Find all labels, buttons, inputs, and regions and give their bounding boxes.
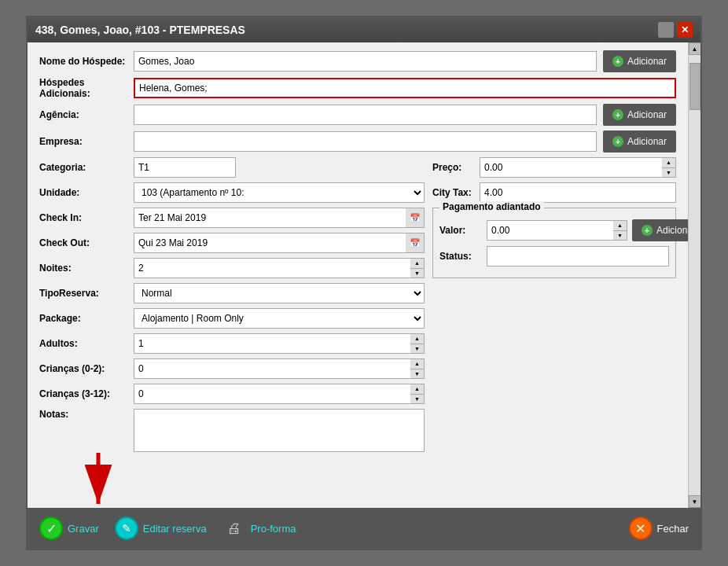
criancas02-up-button[interactable]: ▲ bbox=[410, 359, 424, 369]
noites-up-button[interactable]: ▲ bbox=[410, 259, 424, 269]
close-button[interactable]: ✕ bbox=[677, 22, 693, 38]
criancas02-label: Crianças (0-2): bbox=[39, 363, 134, 374]
noites-input[interactable] bbox=[134, 258, 410, 278]
two-col-layout: Categoria: Unidade: 103 (Apartamento nº … bbox=[39, 157, 676, 457]
checkin-label: Check In: bbox=[39, 212, 134, 223]
scrollbar: ▲ ▼ bbox=[688, 42, 700, 508]
pagamento-legend: Pagamento adiantado bbox=[439, 201, 544, 212]
package-row: Package: Alojamento | Room Only bbox=[39, 308, 425, 329]
adultos-row: Adultos: ▲ ▼ bbox=[39, 333, 425, 354]
adicionar-agencia-button[interactable]: + Adicionar bbox=[603, 104, 676, 126]
empresa-label: Empresa: bbox=[39, 136, 134, 147]
footer: ✓ Gravar ✎ Editar reserva 🖨 Pro-forma ✕ … bbox=[28, 508, 700, 549]
criancas312-up-button[interactable]: ▲ bbox=[410, 384, 424, 395]
scrollbar-track[interactable] bbox=[689, 55, 700, 495]
gravar-label: Gravar bbox=[68, 523, 99, 535]
proforma-print-icon: 🖨 bbox=[222, 516, 246, 540]
preco-up-button[interactable]: ▲ bbox=[662, 158, 675, 168]
titlebar: 438, Gomes, Joao, #103 - PTEMPRESAS ✕ bbox=[28, 17, 700, 42]
unidade-select-wrapper: 103 (Apartamento nº 10: bbox=[134, 182, 425, 203]
preco-row: Preço: ▲ ▼ bbox=[432, 157, 676, 178]
preco-label: Preço: bbox=[432, 162, 480, 173]
agencia-row: Agência: + Adicionar bbox=[39, 104, 676, 126]
adultos-spinner: ▲ ▼ bbox=[410, 333, 425, 354]
adicionar-pagamento-button[interactable]: + Adicionar bbox=[632, 219, 688, 241]
adultos-down-button[interactable]: ▼ bbox=[410, 344, 424, 354]
categoria-label: Categoria: bbox=[39, 162, 134, 173]
adicionar-hospede-button[interactable]: + Adicionar bbox=[603, 50, 676, 72]
preco-down-button[interactable]: ▼ bbox=[662, 168, 675, 178]
tiporeserva-select[interactable]: Normal Grupo OTA bbox=[134, 283, 425, 303]
criancas02-input[interactable] bbox=[134, 358, 410, 379]
pagamento-box: Pagamento adiantado Valor: ▲ ▼ bbox=[432, 208, 676, 278]
checkout-input[interactable] bbox=[134, 233, 406, 253]
categoria-input[interactable] bbox=[134, 157, 236, 178]
valor-up-button[interactable]: ▲ bbox=[613, 221, 627, 231]
empresa-input[interactable] bbox=[134, 131, 597, 152]
editar-reserva-button[interactable]: ✎ Editar reserva bbox=[115, 516, 207, 540]
nome-hospede-input[interactable] bbox=[134, 51, 597, 72]
form-content: Nome do Hóspede: + Adicionar HóspedesAdi… bbox=[28, 42, 688, 508]
valor-input[interactable] bbox=[487, 220, 613, 241]
noites-down-button[interactable]: ▼ bbox=[410, 269, 424, 278]
fechar-button[interactable]: ✕ Fechar bbox=[629, 516, 689, 540]
checkin-input[interactable] bbox=[134, 208, 406, 228]
preco-input[interactable] bbox=[480, 157, 662, 178]
preco-spinner: ▲ ▼ bbox=[662, 157, 676, 178]
editar-reserva-label: Editar reserva bbox=[143, 523, 207, 535]
fechar-x-icon: ✕ bbox=[629, 516, 653, 540]
unidade-select[interactable]: 103 (Apartamento nº 10: bbox=[134, 182, 425, 203]
criancas02-down-button[interactable]: ▼ bbox=[410, 369, 424, 379]
criancas312-spinner-wrapper: ▲ ▼ bbox=[134, 384, 425, 404]
agencia-input[interactable] bbox=[134, 105, 597, 125]
fechar-label: Fechar bbox=[657, 523, 689, 535]
titlebar-icon bbox=[658, 22, 674, 38]
valor-spinner-wrapper: ▲ ▼ bbox=[487, 220, 627, 241]
empresa-row: Empresa: + Adicionar bbox=[39, 130, 676, 153]
citytax-label: City Tax: bbox=[432, 187, 480, 198]
notas-input[interactable] bbox=[134, 409, 425, 452]
unidade-row: Unidade: 103 (Apartamento nº 10: bbox=[39, 182, 425, 203]
scrollbar-thumb[interactable] bbox=[689, 63, 700, 110]
window-title: 438, Gomes, Joao, #103 - PTEMPRESAS bbox=[35, 24, 245, 36]
content-area: Nome do Hóspede: + Adicionar HóspedesAdi… bbox=[28, 42, 700, 508]
valor-label: Valor: bbox=[439, 225, 487, 236]
adultos-up-button[interactable]: ▲ bbox=[410, 334, 424, 344]
checkout-calendar-button[interactable]: 📅 bbox=[406, 233, 425, 253]
tiporeserva-label: TipoReserva: bbox=[39, 288, 134, 299]
adicionar-empresa-button[interactable]: + Adicionar bbox=[603, 130, 676, 153]
nome-hospede-row: Nome do Hóspede: + Adicionar bbox=[39, 50, 676, 72]
criancas312-down-button[interactable]: ▼ bbox=[410, 395, 424, 404]
notas-label: Notas: bbox=[39, 409, 134, 420]
criancas312-row: Crianças (3-12): ▲ ▼ bbox=[39, 384, 425, 404]
nome-hospede-label: Nome do Hóspede: bbox=[39, 56, 134, 67]
notas-row: Notas: bbox=[39, 409, 425, 452]
valor-row: Valor: ▲ ▼ + Adicionar bbox=[439, 219, 669, 241]
checkout-label: Check Out: bbox=[39, 237, 134, 248]
scrollbar-up-button[interactable]: ▲ bbox=[689, 42, 701, 55]
scrollbar-down-button[interactable]: ▼ bbox=[689, 495, 701, 508]
valor-down-button[interactable]: ▼ bbox=[613, 231, 627, 241]
package-select[interactable]: Alojamento | Room Only bbox=[134, 308, 425, 329]
categoria-row: Categoria: bbox=[39, 157, 425, 178]
adultos-input[interactable] bbox=[134, 333, 410, 354]
add-pagamento-icon: + bbox=[642, 225, 653, 236]
hospedes-adicionais-input[interactable] bbox=[134, 78, 676, 98]
proforma-button[interactable]: 🖨 Pro-forma bbox=[222, 516, 296, 540]
checkin-calendar-button[interactable]: 📅 bbox=[406, 208, 425, 228]
valor-spinner: ▲ ▼ bbox=[613, 220, 627, 241]
checkout-date-wrapper: 📅 bbox=[134, 233, 425, 253]
unidade-label: Unidade: bbox=[39, 187, 134, 198]
status-input[interactable] bbox=[487, 246, 669, 266]
criancas02-row: Crianças (0-2): ▲ ▼ bbox=[39, 358, 425, 379]
gravar-button[interactable]: ✓ Gravar bbox=[39, 516, 99, 540]
titlebar-controls: ✕ bbox=[658, 22, 693, 38]
tiporeserva-row: TipoReserva: Normal Grupo OTA bbox=[39, 283, 425, 303]
citytax-input[interactable] bbox=[480, 182, 676, 203]
noites-row: Noites: ▲ ▼ bbox=[39, 258, 425, 278]
footer-wrapper: ✓ Gravar ✎ Editar reserva 🖨 Pro-forma ✕ … bbox=[28, 508, 700, 549]
main-window: 438, Gomes, Joao, #103 - PTEMPRESAS ✕ No… bbox=[26, 16, 702, 550]
agencia-label: Agência: bbox=[39, 109, 134, 120]
hospedes-adicionais-label: HóspedesAdicionais: bbox=[39, 77, 134, 99]
criancas312-input[interactable] bbox=[134, 384, 410, 404]
